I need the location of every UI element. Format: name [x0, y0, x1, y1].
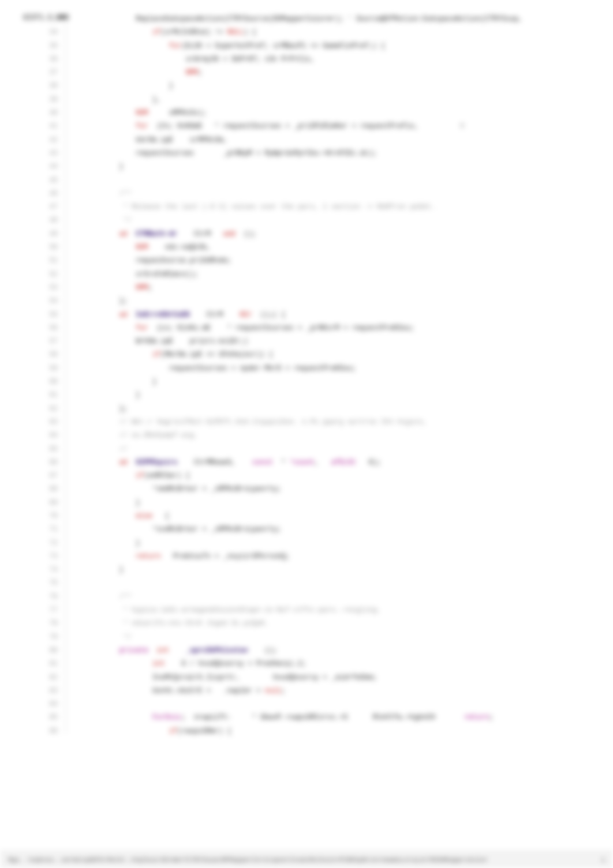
line-number[interactable]: 84 [32, 698, 62, 711]
code-line[interactable]: }; [69, 295, 543, 308]
line-number[interactable]: 38 [32, 80, 62, 93]
code-area[interactable]: ReplaceSubspaceAction(CTRYSource(DOMappe… [69, 13, 543, 738]
line-number[interactable]: 83 [32, 685, 62, 698]
line-number[interactable]: 39 [32, 93, 62, 107]
code-line[interactable]: else { [69, 510, 543, 523]
code-line[interactable]: requesSvurse.priOdRnde; [69, 254, 543, 268]
code-line[interactable]: }, [69, 93, 543, 107]
line-number[interactable]: 73 [32, 550, 62, 563]
code-line[interactable]: } [69, 497, 543, 510]
line-number[interactable]: 66 [32, 456, 62, 469]
line-number-gutter[interactable]: 3334353637383940414243444546474849505152… [32, 13, 62, 734]
line-number[interactable]: 58 [32, 348, 62, 362]
code-line[interactable]: */ [69, 214, 543, 227]
line-number[interactable]: 82 [32, 671, 62, 685]
line-number[interactable]: 35 [32, 40, 62, 53]
code-line[interactable]: // ou.DKeSympf-aig. [69, 429, 543, 442]
code-line[interactable]: for (Cn; KnKGmE * requestSsurses = _priS… [69, 120, 543, 133]
line-number[interactable]: 43 [32, 147, 62, 160]
line-number[interactable]: 42 [32, 134, 62, 147]
line-number[interactable]: 57 [32, 335, 62, 348]
line-number[interactable]: 48 [32, 214, 62, 227]
line-number[interactable]: 47 [32, 201, 62, 214]
line-number[interactable]: 81 [32, 657, 62, 671]
code-line[interactable]: if(rwopsSRmr) { [69, 725, 543, 738]
code-line[interactable]: ad SIPPEqsirs CtrMReaeS, const * *count,… [69, 456, 543, 469]
line-number[interactable]: 80 [32, 644, 62, 657]
code-line[interactable]: /** [69, 187, 543, 201]
code-line[interactable]: NMM; [69, 66, 543, 80]
code-line[interactable]: * Release the last (-0 U) values over th… [69, 201, 543, 214]
code-line[interactable]: srArmy36 = SbPrKf; s3n PrPrCls, [69, 53, 543, 66]
line-number[interactable]: 33 [32, 13, 62, 26]
line-number[interactable]: 36 [32, 53, 62, 66]
code-line[interactable]: srSroFeRlmcn(); [69, 268, 543, 281]
code-line[interactable]: NOM sMPKn3x); [69, 107, 543, 120]
line-number[interactable]: 68 [32, 483, 62, 496]
code-line[interactable]: if(srMcInOKse) != NULL) { [69, 26, 543, 39]
line-number[interactable]: 70 [32, 510, 62, 523]
line-number[interactable]: 71 [32, 523, 62, 536]
code-line[interactable]: } [69, 563, 543, 577]
code-line[interactable]: // [69, 443, 543, 456]
code-line[interactable]: requestSsurses = npder-MkrD = requestPre… [69, 362, 543, 375]
line-number[interactable]: 34 [32, 26, 62, 39]
line-number[interactable]: 55 [32, 309, 62, 322]
code-line[interactable]: } [69, 389, 543, 402]
code-line[interactable]: if(MbrOm.ipE == UFeVw(esr)) { [69, 348, 543, 362]
line-number[interactable]: 53 [32, 281, 62, 295]
line-number[interactable]: 74 [32, 563, 62, 577]
line-number[interactable]: 63 [32, 416, 62, 429]
code-line[interactable]: }; [69, 403, 543, 416]
line-number[interactable]: 61 [32, 389, 62, 402]
code-line[interactable] [69, 698, 543, 711]
line-number[interactable]: 64 [32, 429, 62, 442]
code-line[interactable]: * ndiarlfu-nnc-StnX Jnged Sc.pzQaK. [69, 617, 543, 630]
line-number[interactable]: 50 [32, 241, 62, 254]
line-number[interactable]: 56 [32, 322, 62, 335]
code-line[interactable]: *smdRcBrkor = _sRPKcBrsLpanrty; [69, 483, 543, 496]
line-number[interactable]: 45 [32, 174, 62, 187]
line-number[interactable]: 86 [32, 725, 62, 738]
code-line[interactable]: ReplaceSubspaceAction(CTRYSource(DOMappe… [69, 13, 543, 26]
code-line[interactable]: int 0 / hvudQkoorsy = PredVwrp).2; [69, 657, 543, 671]
code-line[interactable] [69, 174, 543, 187]
code-line[interactable]: for (Ln; KlnKo.mE * requestSsurses = _pr… [69, 322, 543, 335]
code-line[interactable]: private int _sprcSkPklsstav (); [69, 644, 543, 657]
line-number[interactable]: 40 [32, 107, 62, 120]
line-number[interactable]: 65 [32, 443, 62, 456]
line-number[interactable]: 49 [32, 228, 62, 241]
code-line[interactable]: // Wkr.r VwgrinJfAct-GiPEft.Und-ltqupsiS… [69, 416, 543, 429]
code-line[interactable] [69, 577, 543, 590]
code-line[interactable]: if(edRCSar) { [69, 469, 543, 483]
code-line[interactable]: for(Ec2K = SuperhotPref; srMBacPl <= Gam… [69, 40, 543, 53]
line-number[interactable]: 77 [32, 604, 62, 617]
line-number[interactable]: 52 [32, 268, 62, 281]
line-number[interactable]: 75 [32, 577, 62, 590]
line-number[interactable]: 78 [32, 617, 62, 630]
code-line[interactable]: ad IoErrnSUrCuEK CtrM KEr ();( { [69, 309, 543, 322]
code-line[interactable]: } [69, 537, 543, 550]
line-number[interactable]: 46 [32, 187, 62, 201]
line-number[interactable]: 62 [32, 403, 62, 416]
line-number[interactable]: 60 [32, 375, 62, 389]
code-line[interactable]: InoMtQsralrS.Iisprtr, hvudQkoorsy = _eid… [69, 671, 543, 685]
code-line[interactable]: UonVc.nbzCrE = .naplbr > null; [69, 685, 543, 698]
code-line[interactable]: } [69, 160, 543, 174]
line-number[interactable]: 51 [32, 254, 62, 268]
code-line[interactable]: *svdRcBrkor = _sRPKcBrsLpanrty; [69, 523, 543, 536]
code-line[interactable]: kbrOm.ipE srMPKn3m, [69, 134, 543, 147]
code-line[interactable]: */ [69, 631, 543, 644]
line-number[interactable]: 76 [32, 591, 62, 604]
line-number[interactable]: 85 [32, 711, 62, 724]
code-line[interactable]: ForOvic; nrwpilft- * GbwvP.+swpuSRCsrvs.… [69, 711, 543, 724]
line-number[interactable]: 41 [32, 120, 62, 133]
line-number[interactable]: 79 [32, 631, 62, 644]
line-number[interactable]: 37 [32, 66, 62, 80]
line-number[interactable]: 72 [32, 537, 62, 550]
code-line[interactable]: NOM nds-naQk3b, [69, 241, 543, 254]
line-number[interactable]: 59 [32, 362, 62, 375]
line-number[interactable]: 69 [32, 497, 62, 510]
code-line[interactable]: /** [69, 591, 543, 604]
line-number[interactable]: 44 [32, 160, 62, 174]
